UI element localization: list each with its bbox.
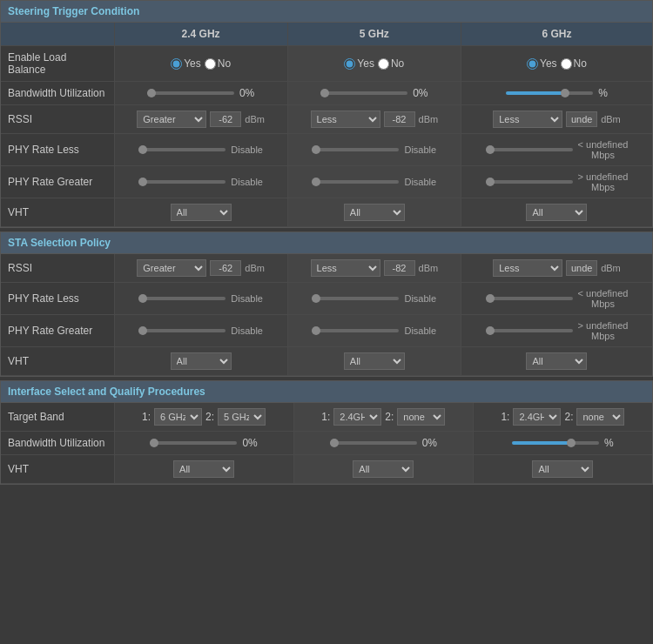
sta-vht-row: VHT All All All	[1, 347, 652, 376]
sta-rssi-5: LessGreater dBm	[287, 254, 461, 283]
lb-yes-6-radio[interactable]	[527, 58, 538, 70]
phy-greater-val-5: Disable	[404, 177, 436, 187]
target-band-sel2-24[interactable]: 5 GHz6 GHz2.4GHznone	[218, 408, 266, 426]
lb-radio-group-24: Yes No	[122, 57, 280, 70]
sta-phy-less-slider-6[interactable]	[486, 297, 573, 300]
sta-phy-greater-label: PHY Rate Greater	[1, 315, 114, 347]
empty-header	[1, 23, 114, 46]
target-band-sel2-5[interactable]: none6 GHz5 GHz2.4GHz	[397, 408, 445, 426]
lb-yes-24-radio[interactable]	[171, 58, 182, 70]
sta-phy-greater-5: Disable	[287, 315, 461, 347]
sta-phy-greater-slider-24[interactable]	[138, 329, 226, 332]
lb-no-5-label[interactable]: No	[378, 57, 404, 70]
vht-select-6[interactable]: All	[526, 204, 587, 221]
iface-vht-5: All	[293, 455, 473, 484]
iface-vht-select-6[interactable]: All	[532, 460, 593, 478]
bw-slider-5[interactable]	[320, 91, 407, 95]
phy-less-val-24: Disable	[231, 144, 263, 155]
rssi-condition-6[interactable]: LessGreater	[493, 111, 562, 128]
sta-phy-less-val-6: < undefinedMbps	[578, 288, 629, 309]
bw-slider-6[interactable]	[506, 91, 593, 95]
target-band-sel1-6[interactable]: 2.4GHz6 GHz5 GHznone	[513, 408, 561, 426]
sta-phy-less-row: PHY Rate Less Disable Disable < undefine…	[1, 283, 652, 315]
target-band-sel2-6[interactable]: none6 GHz5 GHz2.4GHz	[576, 408, 624, 426]
rssi-condition-5[interactable]: LessGreater	[311, 111, 380, 128]
sta-rssi-value-5[interactable]	[384, 260, 415, 276]
sta-phy-less-slider-5[interactable]	[312, 297, 399, 300]
sta-phy-greater-val-6: > undefinedMbps	[578, 320, 629, 341]
lb-yes-5-radio[interactable]	[344, 58, 355, 70]
phy-less-val-5: Disable	[404, 144, 436, 155]
sta-vht-select-24[interactable]: All	[171, 352, 232, 370]
iface-bw-util-row: Bandwidth Utilization 0% 0% %	[1, 432, 652, 455]
iface-bw-slider-6[interactable]	[512, 441, 599, 445]
iface-bw-slider-5[interactable]	[330, 441, 417, 445]
sta-phy-less-24: Disable	[114, 283, 287, 315]
interface-select-header: Interface Select and Qualify Procedures	[1, 381, 652, 403]
sta-phy-greater-slider-5[interactable]	[312, 329, 399, 332]
lb-yes-24-label[interactable]: Yes	[171, 57, 201, 70]
rssi-condition-24[interactable]: GreaterLess	[137, 111, 206, 128]
rssi-5: LessGreater dBm	[287, 105, 461, 134]
target-band-label2-6: 2:	[564, 411, 573, 423]
iface-vht-label: VHT	[1, 455, 114, 484]
vht-row: VHT All All All	[1, 198, 652, 227]
sta-selection-title: STA Selection Policy	[8, 237, 111, 249]
vht-select-24[interactable]: All	[171, 204, 232, 221]
sta-rssi-label: RSSI	[1, 254, 114, 283]
lb-no-6-label[interactable]: No	[561, 57, 587, 70]
phy-greater-group-5: Disable	[295, 177, 454, 187]
bw-slider-24[interactable]	[147, 91, 234, 95]
phy-greater-group-24: Disable	[122, 177, 280, 187]
sta-rssi-condition-5[interactable]: LessGreater	[311, 259, 380, 277]
sta-rssi-value-6[interactable]	[566, 260, 597, 276]
sta-phy-less-slider-24[interactable]	[138, 297, 226, 300]
iface-vht-select-5[interactable]: All	[353, 460, 414, 478]
sta-phy-less-group-6: < undefinedMbps	[468, 288, 645, 309]
target-band-group-6: 1: 2.4GHz6 GHz5 GHznone 2: none6 GHz5 GH…	[481, 408, 645, 426]
lb-yes-6-label[interactable]: Yes	[527, 57, 557, 70]
sta-rssi-condition-24[interactable]: GreaterLess	[137, 259, 206, 277]
sta-rssi-24: GreaterLess dBm	[114, 254, 287, 283]
target-band-group-5: 1: 2.4GHz6 GHz5 GHznone 2: none6 GHz5 GH…	[301, 408, 466, 426]
lb-no-24-label[interactable]: No	[205, 57, 231, 70]
vht-5: All	[287, 198, 461, 227]
interface-select-table: Target Band 1: 6 GHz5 GHz2.4GHznone 2: 5…	[1, 403, 652, 484]
target-band-sel1-5[interactable]: 2.4GHz6 GHz5 GHznone	[333, 408, 381, 426]
lb-no-5-radio[interactable]	[378, 58, 389, 70]
lb-no-24-radio[interactable]	[205, 58, 216, 70]
load-balance-label: Enable Load Balance	[1, 46, 114, 82]
sta-phy-greater-row: PHY Rate Greater Disable Disable > undef…	[1, 315, 652, 347]
sta-rssi-condition-6[interactable]: LessGreater	[493, 259, 562, 277]
rssi-value-5[interactable]	[384, 111, 415, 127]
iface-bw-percent-6: %	[604, 437, 614, 449]
phy-less-group-5: Disable	[295, 144, 454, 155]
iface-bw-slider-24[interactable]	[150, 441, 237, 445]
lb-no-6-radio[interactable]	[561, 58, 572, 70]
phy-less-slider-6[interactable]	[486, 148, 573, 151]
target-band-sel1-24[interactable]: 6 GHz5 GHz2.4GHznone	[154, 408, 202, 426]
vht-label: VHT	[1, 198, 114, 227]
vht-select-5[interactable]: All	[344, 204, 405, 221]
phy-less-slider-24[interactable]	[138, 148, 226, 151]
phy-less-slider-5[interactable]	[312, 148, 399, 151]
sta-rssi-group-6: LessGreater dBm	[468, 259, 645, 277]
rssi-value-6[interactable]	[566, 111, 597, 127]
sta-rssi-value-24[interactable]	[210, 260, 241, 276]
sta-phy-greater-slider-6[interactable]	[486, 329, 573, 332]
lb-yes-5-label[interactable]: Yes	[344, 57, 374, 70]
phy-less-val-6: < undefinedMbps	[578, 139, 629, 160]
target-band-5: 1: 2.4GHz6 GHz5 GHznone 2: none6 GHz5 GH…	[293, 403, 473, 432]
phy-greater-row: PHY Rate Greater Disable Disable > undef…	[1, 166, 652, 198]
sta-rssi-group-5: LessGreater dBm	[295, 259, 454, 277]
phy-greater-slider-5[interactable]	[312, 180, 399, 184]
bw-util-label: Bandwidth Utilization	[1, 82, 114, 105]
phy-greater-slider-6[interactable]	[486, 180, 573, 184]
sta-vht-select-6[interactable]: All	[526, 352, 587, 370]
target-band-row: Target Band 1: 6 GHz5 GHz2.4GHznone 2: 5…	[1, 403, 652, 432]
phy-greater-slider-24[interactable]	[138, 180, 226, 184]
sta-vht-select-5[interactable]: All	[344, 352, 405, 370]
rssi-value-24[interactable]	[210, 111, 241, 127]
rssi-6: LessGreater dBm	[461, 105, 652, 134]
iface-vht-select-24[interactable]: All	[173, 460, 234, 478]
